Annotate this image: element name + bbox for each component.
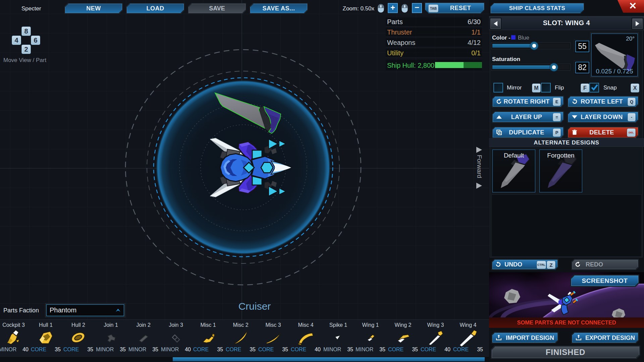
- svg-text:Forward: Forward: [476, 155, 483, 178]
- svg-text:Cruiser: Cruiser: [238, 301, 271, 312]
